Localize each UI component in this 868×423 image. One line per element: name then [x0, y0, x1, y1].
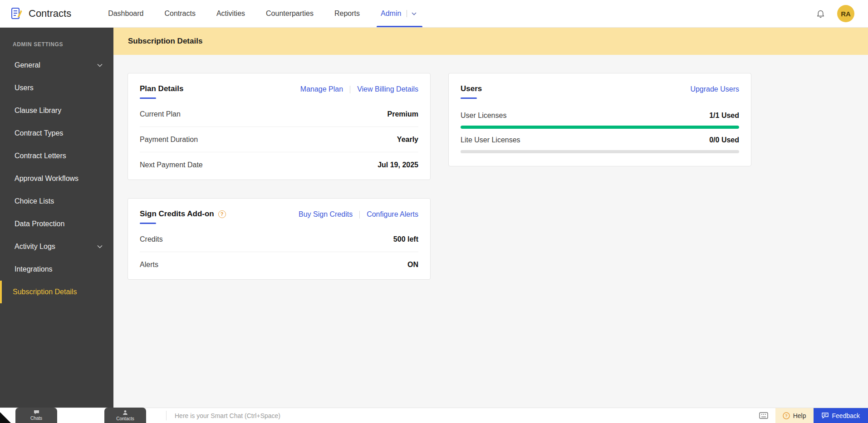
credits-card-title: Sign Credits Add-on: [140, 209, 214, 224]
row-value: Yearly: [397, 136, 418, 144]
help-circle-icon[interactable]: ?: [218, 210, 226, 218]
sidebar-item-users[interactable]: Users: [0, 77, 113, 99]
credits-card-header: Sign Credits Add-on ? Buy Sign Credits C…: [128, 199, 430, 227]
sidebar-item-data-protection[interactable]: Data Protection: [0, 213, 113, 235]
contacts-tab-label: Contacts: [116, 416, 134, 421]
manage-plan-link[interactable]: Manage Plan: [300, 85, 343, 93]
configure-alerts-link[interactable]: Configure Alerts: [367, 210, 418, 219]
sidebar-item-integrations[interactable]: Integrations: [0, 258, 113, 281]
user-licenses-row: User Licenses 1/1 Used: [461, 104, 739, 129]
sidebar-item-choice-lists[interactable]: Choice Lists: [0, 190, 113, 213]
nav-reports[interactable]: Reports: [324, 0, 370, 27]
sidebar-item-label: Approval Workflows: [15, 175, 78, 183]
sidebar-item-label: Activity Logs: [15, 243, 55, 251]
progress-fill: [461, 126, 739, 129]
sidebar-item-clause-library[interactable]: Clause Library: [0, 99, 113, 122]
footer-right-actions: ? Help Feedback: [752, 408, 868, 423]
sidebar-item-activity-logs[interactable]: Activity Logs: [0, 235, 113, 258]
cards-row-2: Sign Credits Add-on ? Buy Sign Credits C…: [128, 198, 868, 280]
nav-admin-divider: [407, 10, 407, 17]
smart-chat-input[interactable]: [167, 408, 752, 423]
progress-track: [461, 150, 739, 153]
person-icon: [123, 410, 128, 415]
row-value: 500 left: [393, 235, 418, 243]
sidebar-item-label: Clause Library: [15, 107, 61, 115]
sidebar-item-label: Data Protection: [15, 220, 64, 228]
chats-tab[interactable]: Chats: [15, 408, 57, 423]
user-avatar[interactable]: RA: [837, 5, 854, 22]
top-navigation: Dashboard Contracts Activities Counterpa…: [98, 0, 427, 27]
nav-counterparties[interactable]: Counterparties: [255, 0, 324, 27]
top-right-actions: RA: [816, 5, 854, 22]
users-card-title: Users: [461, 84, 482, 99]
page-banner: Subscription Details: [113, 28, 868, 55]
app-title: Contracts: [29, 8, 71, 19]
table-row: Current Plan Premium: [140, 102, 418, 127]
table-row: Payment Duration Yearly: [140, 127, 418, 152]
buy-sign-credits-link[interactable]: Buy Sign Credits: [299, 210, 353, 219]
keyboard-shortcuts-button[interactable]: [752, 408, 775, 423]
chevron-down-icon: [97, 63, 103, 67]
sidebar-header: ADMIN SETTINGS: [0, 28, 113, 54]
plan-card-title: Plan Details: [140, 84, 183, 99]
corner-cursor-artifact: [0, 412, 11, 423]
contracts-logo-icon: [10, 7, 24, 20]
upgrade-users-link[interactable]: Upgrade Users: [690, 85, 739, 93]
row-label: Payment Duration: [140, 136, 198, 144]
row-label: Alerts: [140, 261, 158, 269]
sidebar-item-label: Choice Lists: [15, 197, 54, 205]
chevron-down-icon[interactable]: [412, 12, 417, 15]
sidebar-item-label: General: [15, 61, 40, 69]
row-label: Lite User Licenses: [461, 136, 520, 144]
row-value: Premium: [387, 110, 418, 118]
help-button-label: Help: [793, 412, 806, 419]
nav-contracts[interactable]: Contracts: [154, 0, 206, 27]
bottom-bar: Chats Contacts ? Help: [0, 408, 868, 423]
sidebar-item-approval-workflows[interactable]: Approval Workflows: [0, 167, 113, 190]
help-button[interactable]: ? Help: [775, 408, 814, 423]
sidebar-item-general[interactable]: General: [0, 54, 113, 77]
contacts-tab[interactable]: Contacts: [104, 408, 146, 423]
sidebar-item-label: Subscription Details: [13, 288, 77, 296]
users-card: Users Upgrade Users User Licenses 1/1 Us…: [448, 73, 751, 166]
feedback-button-label: Feedback: [832, 412, 860, 419]
keyboard-icon: [759, 412, 768, 419]
chat-tabs: Chats Contacts: [0, 408, 146, 423]
table-row: Alerts ON: [140, 252, 418, 277]
nav-dashboard[interactable]: Dashboard: [98, 0, 154, 27]
row-value: ON: [407, 261, 418, 269]
row-value: Jul 19, 2025: [378, 161, 418, 169]
page-title: Subscription Details: [128, 37, 202, 46]
sidebar-item-contract-letters[interactable]: Contract Letters: [0, 145, 113, 167]
lite-user-licenses-row: Lite User Licenses 0/0 Used: [461, 129, 739, 153]
chat-bubble-icon: [34, 410, 39, 415]
sidebar-item-label: Integrations: [15, 265, 53, 273]
svg-text:?: ?: [785, 413, 788, 418]
nav-admin[interactable]: Admin: [370, 0, 427, 27]
feedback-button[interactable]: Feedback: [814, 408, 868, 423]
help-question-icon: ?: [783, 412, 790, 419]
sidebar-item-contract-types[interactable]: Contract Types: [0, 122, 113, 145]
app-logo[interactable]: Contracts: [10, 7, 71, 20]
sign-credits-card: Sign Credits Add-on ? Buy Sign Credits C…: [128, 198, 431, 280]
chats-tab-label: Chats: [30, 416, 42, 421]
admin-sidebar: ADMIN SETTINGS General Users Clause Libr…: [0, 28, 113, 408]
plan-card-header: Plan Details Manage Plan View Billing De…: [128, 73, 430, 102]
row-label: Current Plan: [140, 110, 181, 118]
view-billing-details-link[interactable]: View Billing Details: [357, 85, 418, 93]
row-label: Credits: [140, 235, 163, 243]
chevron-down-icon: [97, 245, 103, 248]
row-value: 0/0 Used: [709, 136, 739, 144]
table-row: Credits 500 left: [140, 227, 418, 252]
notifications-button[interactable]: [816, 9, 825, 19]
row-value: 1/1 Used: [709, 112, 739, 120]
table-row: Next Payment Date Jul 19, 2025: [140, 152, 418, 178]
row-label: Next Payment Date: [140, 161, 203, 169]
sidebar-item-label: Contract Types: [15, 129, 63, 137]
sidebar-item-label: Contract Letters: [15, 152, 66, 160]
nav-activities[interactable]: Activities: [206, 0, 255, 27]
bell-icon: [816, 9, 825, 19]
row-label: User Licenses: [461, 112, 506, 120]
main-content: Subscription Details Plan Details Manage…: [113, 28, 868, 408]
sidebar-item-subscription-details[interactable]: Subscription Details: [0, 281, 113, 303]
